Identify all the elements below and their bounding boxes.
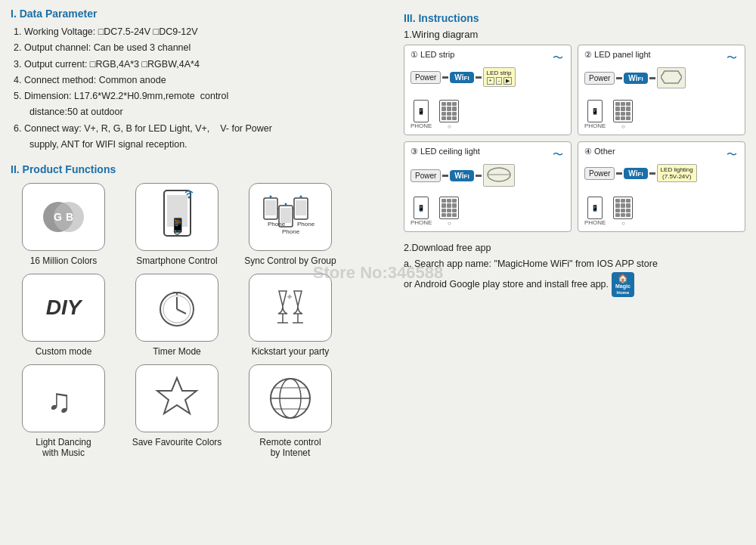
func-item-globe: Remote controlby Intenet [237,364,343,458]
svg-rect-10 [265,200,276,215]
wifi-signal-3: 〜 [553,148,563,162]
func-item-diy: DIY Custom mode [11,274,116,357]
data-param-title: I. Data Parameter [11,8,389,20]
wifi-module-2: WiFI [624,73,647,84]
wire-box-title-1: ① LED strip [411,50,565,60]
svg-text:Phone: Phone [282,228,300,235]
download-text-a: a. Search app name: "MagicHome WiFi" fro… [404,256,745,272]
func-icon-globe [249,364,332,432]
svg-marker-33 [157,378,197,413]
func-icon-timer [135,274,218,342]
wire-box-title-3: ③ LED ceiling light [411,147,565,156]
power-box-2: Power [584,72,615,85]
diy-text-icon: DIY [46,296,82,320]
svg-point-18 [270,196,272,198]
param-item-6: Connect way: V+, R, G, B for LED Light, … [24,121,389,153]
magic-logo: 🏠 Magic Home [612,272,634,297]
svg-text:Phone: Phone [268,221,286,228]
wiring-grid: 〜 ① LED strip Power WiFI LED strip + [404,45,745,232]
wire-box-2: 〜 ② LED panel light Power WiFI [578,45,745,135]
param-item-4: Connect method: Common anode [24,73,389,88]
func-icon-colors: G B [22,183,105,251]
func-item-star: Save Favourite Colors [124,364,230,458]
wifi-module-3: WiFI [450,170,473,181]
func-label-party: Kickstart your party [252,346,330,357]
product-functions-section: II. Product Functions G B 16 Milli [11,163,389,458]
svg-text:✦: ✦ [286,292,293,302]
func-item-party: ✦ Kickstart your party [237,274,343,357]
func-label-colors: 16 Million Colors [30,255,98,266]
func-item-smartphone: 📱 Smartphone Control [124,183,230,266]
param-item-1: Working Voltage: □DC7.5-24V □DC9-12V [24,24,389,40]
svg-text:B: B [66,211,73,223]
svg-text:📱: 📱 [169,217,187,234]
power-box-3: Power [411,169,441,182]
download-subtitle: 2.Download free app [404,243,745,253]
product-functions-title: II. Product Functions [11,163,389,175]
func-item-sync: Phone Phone Phone Sync Control by Group [237,183,343,266]
param-item-5: Dimension: L17.6*W2.2*H0.9mm,remote cont… [24,88,389,121]
func-icon-smartphone: 📱 [135,183,218,251]
functions-grid: G B 16 Million Colors [11,183,389,458]
func-icon-diy: DIY [22,274,105,342]
func-label-music: Light Dancingwith Music [36,437,91,458]
download-text-b: or Android Google play store and install… [404,272,745,297]
power-box-4: Power [584,167,615,180]
download-section: 2.Download free app a. Search app name: … [404,243,745,297]
func-label-globe: Remote controlby Intenet [259,437,321,458]
wire-box-4: 〜 ④ Other Power WiFI LED lighting (7.5V-… [578,141,745,232]
wifi-signal-1: 〜 [553,51,563,65]
func-icon-star [135,364,218,432]
wire-box-3: 〜 ③ LED ceiling light Power WiFI [404,141,572,232]
param-item-2: Output channel: Can be used 3 channel [24,40,389,56]
wifi-signal-2: 〜 [727,51,737,65]
svg-marker-39 [661,71,682,83]
wifi-signal-4: 〜 [727,148,737,162]
svg-point-20 [300,196,302,198]
wire-diagram-4: Power WiFI LED lighting (7.5V-24V) [584,164,739,182]
func-icon-sync: Phone Phone Phone [249,183,332,251]
func-label-star: Save Favourite Colors [132,437,222,447]
svg-text:♫: ♫ [47,382,72,419]
svg-point-8 [187,196,190,198]
data-param-section: I. Data Parameter Working Voltage: □DC7.… [11,8,389,153]
svg-text:G: G [54,211,62,223]
svg-line-24 [177,309,186,314]
func-label-diy: Custom mode [36,346,92,357]
func-item-colors: G B 16 Million Colors [11,183,116,266]
svg-point-19 [285,203,287,206]
wire-diagram-3: Power WiFI [411,164,565,187]
func-item-music: ♫ Light Dancingwith Music [11,364,116,458]
instructions-section: III. Instructions 1.Wiring diagram 〜 ① L… [404,12,745,297]
func-label-timer: Timer Mode [153,346,201,357]
wifi-module-4: WiFI [624,168,647,179]
instructions-title: III. Instructions [404,12,745,24]
svg-text:Phone: Phone [297,221,315,228]
func-icon-party: ✦ [249,274,332,342]
svg-rect-14 [296,200,306,215]
func-icon-music: ♫ [22,364,105,432]
wiring-subtitle: 1.Wiring diagram [404,29,745,40]
func-label-sync: Sync Control by Group [244,255,336,266]
func-item-timer: Timer Mode [124,274,230,357]
param-item-3: Output current: □RGB,4A*3 □RGBW,4A*4 [24,57,389,73]
wire-diagram-1: Power WiFI LED strip + - ▶ [411,67,565,87]
wire-box-title-2: ② LED panel light [584,50,739,60]
wire-diagram-2: Power WiFI [584,67,739,88]
wifi-module-1: WiFI [450,72,473,83]
wire-box-title-4: ④ Other [584,147,739,156]
wire-box-1: 〜 ① LED strip Power WiFI LED strip + [404,45,572,135]
func-label-smartphone: Smartphone Control [136,255,217,266]
power-box-1: Power [411,71,441,84]
